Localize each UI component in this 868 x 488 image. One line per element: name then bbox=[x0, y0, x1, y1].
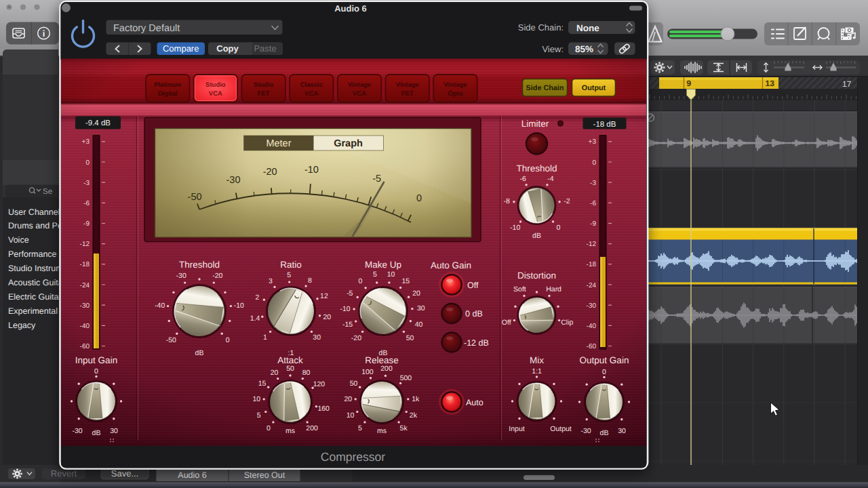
svg-text:-18: -18 bbox=[80, 261, 90, 268]
svg-text:10: 10 bbox=[387, 270, 395, 279]
svg-text:FET: FET bbox=[258, 90, 270, 98]
svg-text:Se: Se bbox=[43, 188, 52, 196]
svg-text:-24: -24 bbox=[587, 282, 597, 289]
svg-text:ms: ms bbox=[285, 427, 295, 435]
svg-text:30: 30 bbox=[110, 427, 118, 435]
svg-text:200: 200 bbox=[380, 365, 393, 373]
svg-text:Drums and Pe: Drums and Pe bbox=[8, 221, 62, 230]
svg-text:Meter: Meter bbox=[266, 138, 291, 149]
svg-text:50: 50 bbox=[350, 380, 358, 388]
svg-text:-2: -2 bbox=[564, 197, 570, 205]
svg-text:Stereo Out: Stereo Out bbox=[244, 470, 285, 480]
svg-text:Revert: Revert bbox=[51, 468, 77, 479]
svg-text:20: 20 bbox=[323, 313, 331, 321]
svg-text:500: 500 bbox=[400, 374, 412, 382]
svg-text:30: 30 bbox=[618, 427, 626, 435]
svg-text:Acoustic Guita: Acoustic Guita bbox=[8, 278, 63, 287]
svg-text:0: 0 bbox=[226, 336, 230, 344]
svg-text:-30: -30 bbox=[72, 427, 82, 435]
svg-text:-20: -20 bbox=[212, 272, 222, 280]
svg-text:Auto Gain: Auto Gain bbox=[431, 260, 471, 270]
svg-text:-24: -24 bbox=[80, 282, 90, 289]
svg-text:2: 2 bbox=[255, 293, 259, 302]
svg-text:5: 5 bbox=[358, 424, 362, 432]
svg-text:None: None bbox=[576, 23, 599, 33]
svg-text:2k: 2k bbox=[410, 411, 418, 420]
svg-text:dB: dB bbox=[92, 429, 101, 437]
svg-text:-3: -3 bbox=[83, 180, 90, 187]
svg-text:30: 30 bbox=[417, 304, 425, 312]
svg-text:Ratio: Ratio bbox=[280, 260, 302, 270]
svg-text:20: 20 bbox=[344, 395, 352, 403]
svg-text:Compare: Compare bbox=[163, 43, 199, 54]
svg-text:-10: -10 bbox=[234, 302, 244, 310]
svg-text:17: 17 bbox=[842, 79, 852, 89]
svg-text:-18 dB: -18 dB bbox=[593, 121, 616, 129]
svg-text:Platinum: Platinum bbox=[154, 81, 181, 89]
svg-text:User Channel: User Channel bbox=[8, 207, 60, 217]
svg-text:0: 0 bbox=[85, 159, 90, 167]
svg-text:VCA: VCA bbox=[304, 90, 318, 98]
svg-text:Input Gain: Input Gain bbox=[75, 355, 117, 365]
svg-text:Soft: Soft bbox=[513, 285, 526, 293]
svg-text:0: 0 bbox=[358, 277, 362, 285]
svg-text:Side Chain: Side Chain bbox=[526, 84, 564, 92]
svg-text:0: 0 bbox=[416, 193, 422, 204]
svg-text:Clip: Clip bbox=[561, 319, 573, 327]
svg-text:Classic: Classic bbox=[300, 81, 323, 89]
svg-text:Legacy: Legacy bbox=[8, 321, 36, 330]
svg-text:-6: -6 bbox=[590, 200, 596, 207]
svg-text:Limiter: Limiter bbox=[521, 119, 549, 129]
svg-text:Output Gain: Output Gain bbox=[580, 355, 629, 365]
svg-text:15: 15 bbox=[401, 277, 410, 285]
svg-text:5: 5 bbox=[257, 411, 261, 420]
svg-text:13: 13 bbox=[766, 79, 775, 88]
svg-text:dB: dB bbox=[195, 349, 204, 357]
svg-text:15: 15 bbox=[258, 380, 267, 388]
svg-text:5: 5 bbox=[287, 271, 291, 279]
svg-text:80: 80 bbox=[302, 369, 311, 377]
svg-text:Audio 6: Audio 6 bbox=[178, 470, 206, 480]
svg-text:-10: -10 bbox=[304, 165, 319, 176]
svg-text:85%: 85% bbox=[575, 44, 593, 54]
svg-text:-30: -30 bbox=[587, 302, 597, 310]
svg-text:-18: -18 bbox=[587, 261, 597, 268]
svg-text:-60: -60 bbox=[587, 343, 597, 350]
svg-text:Factory Default: Factory Default bbox=[113, 23, 180, 34]
svg-text:Side Chain:: Side Chain: bbox=[518, 22, 564, 33]
svg-text:120: 120 bbox=[313, 380, 326, 388]
svg-text:-4: -4 bbox=[547, 175, 553, 183]
svg-text:+3: +3 bbox=[589, 138, 597, 146]
svg-text:Output: Output bbox=[582, 84, 606, 92]
svg-text:Hard: Hard bbox=[546, 285, 561, 293]
svg-text:3: 3 bbox=[269, 277, 273, 285]
svg-text:-15: -15 bbox=[342, 321, 353, 329]
svg-text:-40: -40 bbox=[587, 323, 597, 330]
svg-text:-6: -6 bbox=[83, 200, 90, 207]
svg-text:5k: 5k bbox=[400, 424, 408, 432]
svg-text:Digital: Digital bbox=[158, 90, 178, 98]
svg-text:-3: -3 bbox=[590, 180, 596, 187]
svg-text:-20: -20 bbox=[351, 334, 361, 342]
svg-text:-12 dB: -12 dB bbox=[464, 338, 489, 348]
svg-text:1:1: 1:1 bbox=[532, 367, 542, 375]
svg-text:VCA: VCA bbox=[209, 90, 222, 98]
svg-text:Studio: Studio bbox=[254, 81, 274, 89]
svg-text:-20: -20 bbox=[263, 167, 277, 178]
svg-text:Make Up: Make Up bbox=[365, 260, 401, 270]
svg-text:200: 200 bbox=[306, 424, 318, 432]
svg-text:-40: -40 bbox=[80, 323, 90, 330]
svg-text:FET: FET bbox=[401, 90, 414, 98]
svg-text:Output: Output bbox=[550, 425, 572, 433]
svg-text:Audio 6: Audio 6 bbox=[334, 3, 367, 14]
svg-text:Studio Instrum: Studio Instrum bbox=[8, 264, 63, 273]
svg-text:-30: -30 bbox=[80, 302, 90, 310]
svg-text:-50: -50 bbox=[166, 336, 176, 344]
svg-text:0: 0 bbox=[556, 224, 560, 232]
svg-text:-30: -30 bbox=[226, 175, 241, 186]
svg-text:dB: dB bbox=[600, 429, 609, 437]
svg-text:Distortion: Distortion bbox=[517, 270, 556, 281]
svg-text:0: 0 bbox=[94, 367, 98, 375]
svg-text:100: 100 bbox=[361, 368, 374, 376]
svg-text:50: 50 bbox=[286, 365, 294, 373]
